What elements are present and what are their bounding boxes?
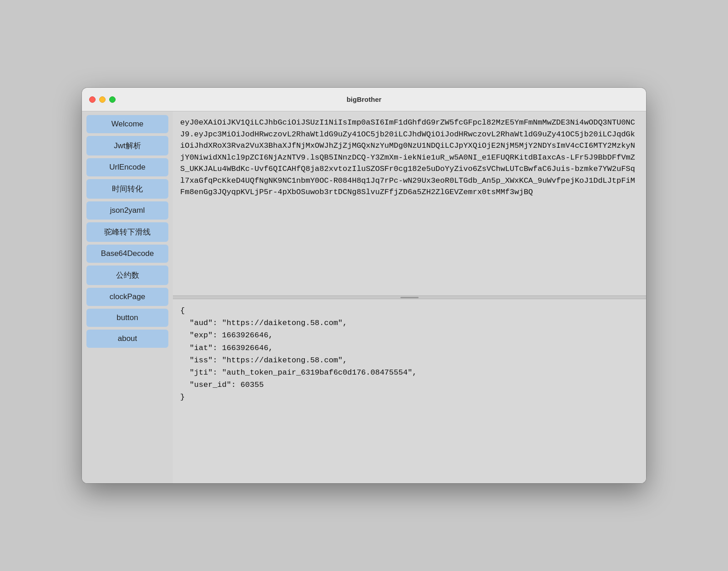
decoded-section[interactable]: { "aud": "https://daiketong.58.com", "ex… (173, 299, 646, 483)
sidebar-item-json2yaml[interactable]: json2yaml (86, 201, 168, 220)
decoded-text: { "aud": "https://daiketong.58.com", "ex… (180, 305, 639, 404)
window-title: bigBrother (347, 95, 382, 103)
sidebar-item-about[interactable]: about (86, 330, 168, 348)
maximize-button[interactable] (109, 96, 116, 103)
minimize-button[interactable] (99, 96, 106, 103)
sidebar-item-base64decode[interactable]: Base64Decode (86, 245, 168, 263)
sidebar: Welcome Jwt解析 UrlEncode 时间转化 json2yaml 驼… (82, 111, 173, 483)
app-window: bigBrother Welcome Jwt解析 UrlEncode 时间转化 … (82, 88, 646, 483)
sidebar-item-urlencode[interactable]: UrlEncode (86, 158, 168, 176)
content-area: eyJ0eXAiOiJKV1QiLCJhbGciOiJSUzI1NiIsImp0… (173, 111, 646, 483)
sidebar-item-button[interactable]: button (86, 309, 168, 327)
encoded-section[interactable]: eyJ0eXAiOiJKV1QiLCJhbGciOiJSUzI1NiIsImp0… (173, 111, 646, 296)
traffic-lights (89, 96, 116, 103)
main-layout: Welcome Jwt解析 UrlEncode 时间转化 json2yaml 驼… (82, 111, 646, 483)
encoded-text: eyJ0eXAiOiJKV1QiLCJhbGciOiJSUzI1NiIsImp0… (180, 117, 639, 198)
sidebar-item-camel[interactable]: 驼峰转下滑线 (86, 222, 168, 242)
sidebar-item-time[interactable]: 时间转化 (86, 179, 168, 199)
divider[interactable] (173, 296, 646, 299)
sidebar-item-jwt[interactable]: Jwt解析 (86, 136, 168, 155)
sidebar-item-clockpage[interactable]: clockPage (86, 288, 168, 306)
close-button[interactable] (89, 96, 96, 103)
title-bar: bigBrother (82, 88, 646, 111)
divider-handle (400, 297, 419, 298)
sidebar-item-gcd[interactable]: 公约数 (86, 265, 168, 285)
sidebar-item-welcome[interactable]: Welcome (86, 115, 168, 133)
